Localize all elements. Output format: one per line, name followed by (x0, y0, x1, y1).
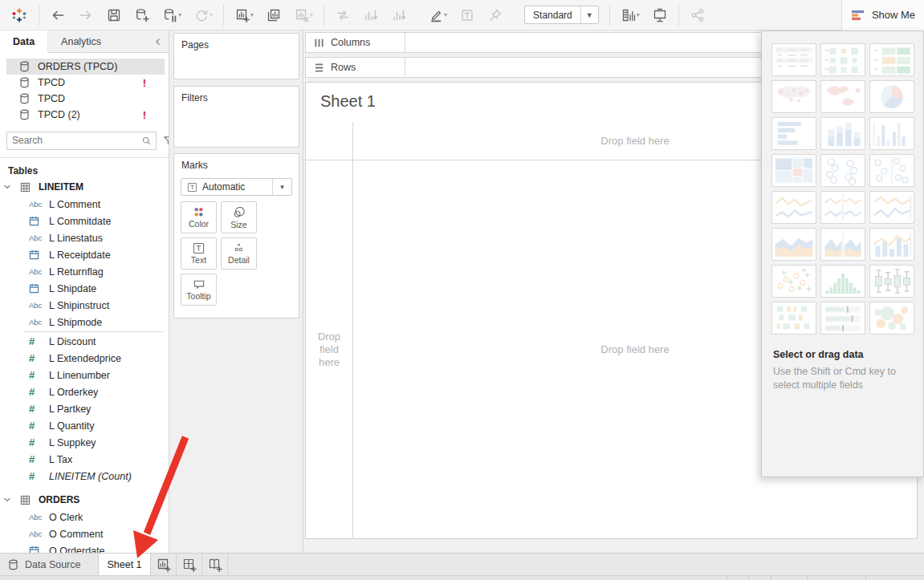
field-l-tax[interactable]: #L Tax (0, 451, 169, 468)
caret-down-icon[interactable]: ▾ (178, 11, 181, 18)
show-me-chart-area-continuous[interactable] (771, 228, 816, 261)
data-source-item[interactable]: ORDERS (TPCD) (6, 59, 165, 75)
show-me-chart-histogram[interactable] (820, 265, 865, 298)
swap-axes-button[interactable] (335, 7, 351, 23)
text-button[interactable]: Text (181, 237, 217, 270)
show-me-chart-stacked-bars[interactable] (820, 117, 865, 150)
run-updates-button[interactable]: ▾ (193, 7, 213, 23)
size-button[interactable]: Size (221, 201, 257, 233)
redo-button[interactable] (78, 7, 94, 23)
search-input[interactable] (7, 135, 141, 146)
table-header-lineitem[interactable]: LINEITEM (0, 178, 169, 196)
duplicate-sheet-button[interactable] (266, 7, 282, 23)
field-l-discount[interactable]: #L Discount (0, 333, 169, 350)
sort-ascending-button[interactable] (363, 7, 379, 23)
table-header-orders[interactable]: ORDERS (0, 491, 169, 509)
show-me-chart-heat-map[interactable] (820, 43, 865, 76)
field-l-linenumber[interactable]: #L Linenumber (0, 367, 169, 383)
presentation-mode-button[interactable] (652, 7, 668, 23)
field-l-linestatus[interactable]: AbcL Linestatus (0, 229, 169, 246)
field-l-quantity[interactable]: #L Quantity (0, 417, 169, 434)
new-worksheet-button[interactable]: ▾ (234, 7, 254, 23)
field-l-shipmode[interactable]: AbcL Shipmode (0, 314, 169, 331)
data-source-tab[interactable]: Data Source (0, 554, 98, 575)
show-me-chart-pie-chart[interactable] (869, 80, 914, 113)
data-source-item[interactable]: TPCD! (0, 75, 169, 91)
caret-down-icon[interactable]: ▾ (250, 11, 254, 18)
highlight-button[interactable]: ▾ (428, 7, 447, 23)
data-source-item[interactable]: TPCD (2)! (0, 107, 169, 123)
new-data-source-button[interactable] (134, 7, 150, 23)
field-l-comment[interactable]: AbcL Comment (0, 196, 169, 213)
field-l-commitdate[interactable]: L Commitdate (0, 213, 169, 229)
show-me-chart-lines-continuous[interactable] (771, 191, 816, 224)
field-o-orderdate[interactable]: O Orderdate (0, 542, 169, 553)
show-me-chart-text-table[interactable] (771, 43, 816, 76)
show-me-chart-dual-lines[interactable] (869, 191, 914, 224)
show-me-chart-scatter-plot[interactable] (771, 265, 816, 298)
new-story-button[interactable] (202, 554, 228, 575)
new-dashboard-button[interactable] (177, 554, 202, 575)
clear-sheet-button[interactable]: ▾ (294, 7, 313, 23)
color-button[interactable]: Color (181, 201, 217, 233)
detail-button[interactable]: Detail (221, 237, 257, 270)
tableau-logo-button[interactable] (10, 6, 28, 24)
show-me-chart-box-and-whisker[interactable] (869, 265, 914, 298)
field-l-receiptdate[interactable]: L Receiptdate (0, 246, 169, 263)
show-me-chart-circle-views[interactable] (820, 154, 865, 187)
caret-down-icon[interactable]: ▾ (444, 11, 447, 18)
field-l-shipdate[interactable]: L Shipdate (0, 280, 169, 297)
show-me-chart-filled-map[interactable] (820, 80, 865, 113)
new-worksheet-button[interactable] (151, 554, 177, 575)
filters-card[interactable]: Filters (173, 86, 299, 148)
field-l-suppkey[interactable]: #L Suppkey (0, 434, 169, 451)
caret-down-icon[interactable]: ▼ (580, 6, 598, 23)
field-l-extendedprice[interactable]: #L Extendedprice (0, 350, 169, 367)
pages-card[interactable]: Pages (173, 33, 299, 79)
undo-button[interactable] (50, 7, 66, 23)
field-l-shipinstruct[interactable]: AbcL Shipinstruct (0, 297, 169, 314)
show-me-chart-treemap[interactable] (771, 154, 816, 187)
sheet-title[interactable]: Sheet 1 (320, 92, 376, 111)
tab-data[interactable]: Data (0, 30, 48, 53)
caret-down-icon[interactable]: ▾ (310, 11, 313, 18)
show-me-chart-gantt[interactable] (771, 302, 816, 335)
show-me-chart-side-by-side-bars[interactable] (869, 117, 914, 150)
show-me-chart-lines-discrete[interactable] (820, 191, 865, 224)
show-me-chart-dual-combination[interactable] (869, 228, 914, 261)
pause-updates-button[interactable]: ▾ (162, 7, 181, 23)
text-label-button[interactable] (459, 7, 475, 23)
show-me-chart-packed-bubbles[interactable] (869, 302, 914, 335)
caret-down-icon[interactable]: ▾ (637, 11, 640, 18)
drop-zone-rows[interactable]: Drop field here (306, 160, 352, 538)
field-lineitem-count-[interactable]: #LINEITEM (Count) (0, 468, 169, 485)
fit-selector[interactable]: Standard ▼ (524, 6, 599, 24)
show-me-chart-side-by-side-circles[interactable] (869, 154, 914, 187)
field-l-partkey[interactable]: #L Partkey (0, 400, 169, 417)
field-o-comment[interactable]: AbcO Comment (0, 525, 169, 542)
share-button[interactable] (690, 7, 706, 23)
field-l-returnflag[interactable]: AbcL Returnflag (0, 263, 169, 280)
data-source-item[interactable]: TPCD (0, 91, 169, 107)
mark-labels-button[interactable]: ▾ (621, 7, 640, 23)
show-me-chart-area-discrete[interactable] (820, 228, 865, 261)
caret-down-icon[interactable]: ▾ (210, 11, 213, 18)
chevron-down-icon[interactable] (0, 496, 14, 504)
chevron-down-icon[interactable] (0, 183, 14, 191)
filter-icon[interactable] (163, 135, 169, 147)
pin-button[interactable] (487, 7, 503, 23)
show-me-button[interactable]: Show Me (841, 0, 924, 30)
collapse-pane-icon[interactable] (148, 30, 169, 52)
mark-type-caret-icon[interactable]: ▾ (272, 179, 291, 195)
show-me-chart-horizontal-bars[interactable] (771, 117, 816, 150)
tab-analytics[interactable]: Analytics (48, 30, 114, 52)
sort-descending-button[interactable] (391, 7, 407, 23)
save-button[interactable] (106, 7, 122, 23)
field-o-clerk[interactable]: AbcO Clerk (0, 509, 169, 525)
show-me-chart-highlight-table[interactable] (869, 43, 914, 76)
mark-type-selector[interactable]: Automatic ▾ (181, 178, 292, 196)
field-l-orderkey[interactable]: #L Orderkey (0, 383, 169, 400)
show-me-chart-bullet-graph[interactable] (820, 302, 865, 335)
tooltip-button[interactable]: Tooltip (181, 274, 217, 306)
show-me-chart-symbol-map[interactable] (771, 80, 816, 113)
